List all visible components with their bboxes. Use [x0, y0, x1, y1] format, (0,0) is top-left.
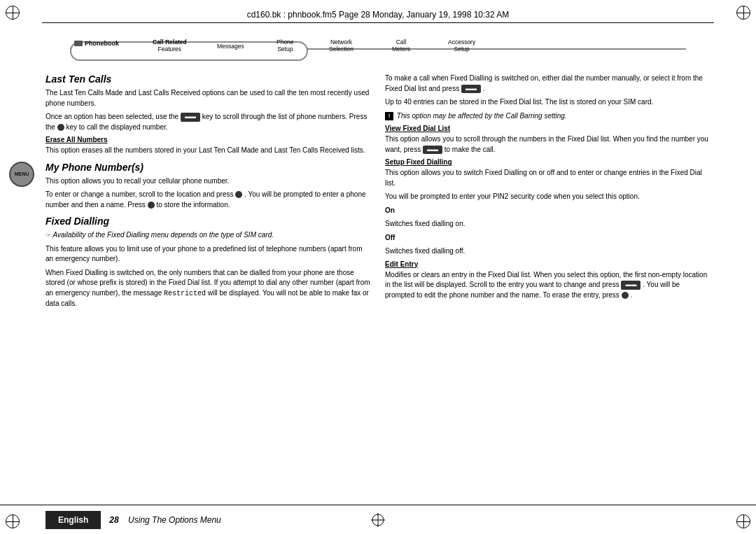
last-ten-calls-title: Last Ten Calls: [46, 73, 371, 85]
nav-call-related-sub: Features: [153, 45, 187, 52]
erase-all-title: Erase All Numbers: [46, 136, 371, 143]
footer-page-info: 28 Using The Options Menu: [109, 515, 220, 525]
setup-fixed-text1: This option allows you to switch Fixed D…: [385, 168, 710, 188]
fixed-dialling-right-para1: To make a call when Fixed Dialling is sw…: [385, 73, 710, 94]
nav-network-sub: Selection: [329, 45, 354, 52]
warning-icon: !: [385, 112, 393, 120]
my-phone-para2: To enter or change a number, scroll to t…: [46, 190, 371, 210]
restricted-text: Restricted: [164, 290, 206, 297]
on-label-text: On: [385, 206, 710, 216]
phonebook-icon: [74, 41, 83, 46]
center-crosshair: [371, 513, 385, 527]
fixed-dialling-para2: When Fixed Dialling is switched on, the …: [46, 268, 371, 309]
corner-mark-tr: [736, 6, 750, 20]
press-button-1: ▬▬: [461, 85, 481, 93]
call-button-small: [57, 124, 64, 131]
setup-fixed-text2: You will be prompted to enter your PIN2 …: [385, 192, 710, 202]
nav-accessory: Accessory Setup: [448, 38, 475, 52]
on-text: Switches fixed dialling on.: [385, 219, 710, 230]
nav-phonebook-label: Phonebook: [85, 40, 119, 47]
my-phone-wrapper: MENU My Phone Number(s): [46, 162, 371, 173]
nav-accessory-label: Accessory: [448, 38, 475, 45]
nav-phone-setup: Phone Setup: [276, 38, 294, 52]
page-label: Using The Options Menu: [128, 515, 221, 525]
menu-icon: MENU: [9, 162, 34, 187]
nav-bar: Phonebook Call Related Features Messages…: [70, 38, 686, 65]
nav-call-meters: Call Meters: [392, 38, 410, 52]
fixed-dialling-note: ☞ Availability of the Fixed Dialling men…: [46, 230, 371, 241]
nav-phone-label: Phone: [276, 38, 294, 45]
corner-mark-tl: [6, 6, 20, 20]
setup-fixed-title: Setup Fixed Dialling: [385, 158, 710, 166]
language-label: English: [46, 511, 101, 529]
menu-icon-label: MENU: [15, 171, 29, 176]
view-fixed-text: This option allows you to scroll through…: [385, 134, 710, 155]
edit-entry-title: Edit Entry: [385, 260, 710, 268]
call-barring-warning: ! This option may be affected by the Cal…: [385, 111, 710, 122]
nav-call-related: Call Related Features: [153, 38, 187, 52]
my-phone-section: MENU My Phone Number(s) This option allo…: [46, 162, 371, 211]
store-button: [148, 202, 155, 209]
main-content: Last Ten Calls The Last Ten Calls Made a…: [46, 73, 710, 499]
left-column: Last Ten Calls The Last Ten Calls Made a…: [46, 73, 371, 499]
enter-button: [235, 191, 242, 198]
page-number: 28: [109, 515, 118, 525]
scroll-button: ▬▬: [181, 113, 200, 121]
nav-call-related-label: Call Related: [153, 38, 187, 45]
note-icon-sym: ☞: [46, 232, 51, 239]
off-label-text: Off: [385, 233, 710, 244]
header-title: cd160.bk : phnbook.fm5 Page 28 Monday, J…: [42, 10, 714, 23]
footer: English 28 Using The Options Menu: [0, 505, 756, 534]
right-column: To make a call when Fixed Dialling is sw…: [385, 73, 710, 499]
my-phone-title: My Phone Number(s): [46, 162, 371, 173]
nav-phonebook: Phonebook: [74, 40, 119, 47]
my-phone-para1: This option allows you to recall your ce…: [46, 176, 371, 187]
erase-button: [622, 292, 629, 299]
press-button-3: ▬▬: [621, 281, 640, 289]
last-ten-calls-para1: The Last Ten Calls Made and Last Calls R…: [46, 88, 371, 108]
nav-accessory-sub: Setup: [448, 45, 475, 52]
press-button-2: ▬▬: [423, 146, 442, 154]
erase-all-text: This option erases all the numbers store…: [46, 146, 371, 156]
fixed-dialling-para1: This feature allows you to limit use of …: [46, 244, 371, 265]
nav-call-sub: Meters: [392, 45, 410, 52]
last-ten-calls-para2: Once an option has been selected, use th…: [46, 112, 371, 132]
off-label: Off: [385, 234, 395, 241]
fixed-dialling-title: Fixed Dialling: [46, 216, 371, 227]
nav-network: Network Selection: [329, 38, 354, 52]
edit-entry-text: Modifies or clears an entry in the Fixed…: [385, 270, 710, 301]
nav-messages-label: Messages: [217, 43, 244, 50]
on-label: On: [385, 206, 395, 214]
fixed-dialling-right-para3: Up to 40 entries can be stored in the Fi…: [385, 97, 710, 108]
nav-call-label: Call: [392, 38, 410, 45]
off-text: Switches fixed dialling off.: [385, 246, 710, 257]
nav-messages: Messages: [217, 43, 244, 50]
nav-network-label: Network: [329, 38, 354, 45]
nav-phone-sub: Setup: [276, 45, 294, 52]
view-fixed-title: View Fixed Dial List: [385, 125, 710, 132]
